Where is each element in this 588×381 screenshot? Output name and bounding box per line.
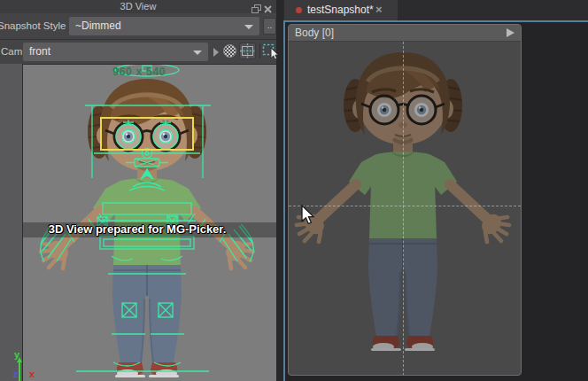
body-header-label: Body [0] xyxy=(295,25,334,42)
resolution-gate-icon[interactable] xyxy=(239,43,256,59)
picker-tabbar: testSnapshot* × xyxy=(283,0,588,20)
snapshot-style-dropdown[interactable]: ~Dimmed xyxy=(69,17,259,35)
play-triangle-icon[interactable] xyxy=(507,28,514,37)
cam-label: Cam xyxy=(1,46,22,57)
3d-view-panel: 3D View Snapshot Style ~Dimmed .. Cam fr… xyxy=(0,0,276,381)
panel-title: 3D View xyxy=(0,0,276,13)
picker-region: testSnapshot* × Body [0] xyxy=(283,0,588,381)
cam-row: Cam front xyxy=(0,39,276,64)
tab-label: testSnapshot* xyxy=(307,0,374,20)
body-header[interactable]: Body [0] xyxy=(289,25,521,42)
viewport-message-band: 3D View prepared for MG-Picker. xyxy=(23,222,276,237)
axis-y-label: y xyxy=(14,349,20,360)
chevron-down-icon xyxy=(244,25,253,29)
snapshot-canvas[interactable] xyxy=(289,42,521,376)
modified-dot-icon xyxy=(296,7,302,13)
3d-view-titlebar[interactable]: 3D View xyxy=(0,0,276,13)
viewport-message: 3D View prepared for MG-Picker. xyxy=(22,222,264,237)
axis-x-label: x xyxy=(29,369,35,379)
film-gate-icon[interactable] xyxy=(221,43,238,59)
accent-border-left xyxy=(283,20,285,381)
toolbar-separator xyxy=(259,43,260,58)
resolution-gate-text: 960 x 540 xyxy=(23,66,255,78)
select-tool-icon[interactable] xyxy=(262,42,280,60)
app-window: 3D View Snapshot Style ~Dimmed .. Cam fr… xyxy=(0,0,588,381)
snapshot-style-more-button[interactable]: .. xyxy=(263,18,276,35)
tab-testsnapshot[interactable]: testSnapshot* × xyxy=(284,0,398,20)
expand-arrow-icon[interactable] xyxy=(213,48,219,57)
close-icon[interactable] xyxy=(263,2,274,12)
view-axis-indicator: y z x xyxy=(11,347,55,381)
panel-margin xyxy=(0,64,22,381)
snapshot-panel-body: Body [0] xyxy=(288,24,522,376)
snapshot-style-label: Snapshot Style xyxy=(0,20,66,31)
snapshot-style-value: ~Dimmed xyxy=(75,17,121,35)
mouse-cursor-icon xyxy=(300,205,316,226)
snapshot-style-row: Snapshot Style ~Dimmed .. xyxy=(0,13,276,39)
3d-viewport[interactable]: 960 x 540 3D View prepared for MG-Picker… xyxy=(22,64,276,381)
axis-z-label: z xyxy=(13,369,19,379)
horizontal-guide-line xyxy=(289,206,521,206)
tab-close-icon[interactable]: × xyxy=(375,0,383,19)
cam-dropdown[interactable]: front xyxy=(23,43,208,61)
chevron-down-icon xyxy=(193,51,202,55)
cam-value: front xyxy=(29,43,50,61)
vertical-guide-line xyxy=(403,42,404,376)
float-window-icon[interactable] xyxy=(251,2,262,12)
accent-border-top xyxy=(283,20,588,22)
